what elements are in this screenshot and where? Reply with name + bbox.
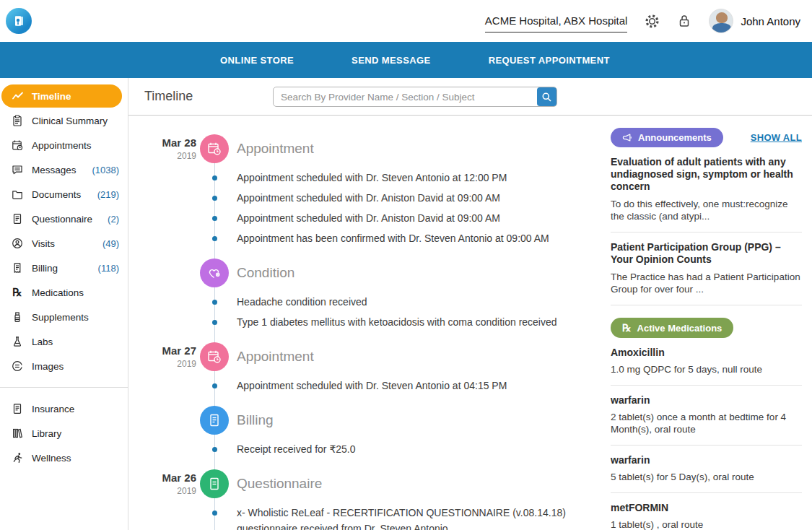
user-name: John Antony xyxy=(741,15,800,27)
show-all-link[interactable]: SHOW ALL xyxy=(751,132,802,143)
sidebar-item-documents[interactable]: Documents (219) xyxy=(0,182,128,207)
sidebar-item-label: Supplements xyxy=(32,312,89,323)
search-input[interactable] xyxy=(273,87,557,107)
sidebar-item-label: Timeline xyxy=(32,91,71,102)
avatar xyxy=(709,9,733,33)
sidebar-item-label: Library xyxy=(32,428,61,439)
sidebar-item-insurance[interactable]: Insurance xyxy=(0,396,128,421)
medication-item: warfarin 2 tablet(s) once a month at bed… xyxy=(611,386,802,446)
sidebar-item-label: Messages xyxy=(32,165,77,175)
sidebar-item-timeline[interactable]: Timeline xyxy=(1,84,122,108)
event-bullet xyxy=(212,383,217,388)
medication-item: Amoxicillin 1.0 mg QDPC for 5 days, null… xyxy=(611,338,802,386)
sidebar-item-label: Clinical Summary xyxy=(32,116,108,126)
receipt-icon xyxy=(11,262,24,274)
sidebar-item-label: Wellness xyxy=(32,453,71,464)
runner-icon xyxy=(11,452,24,464)
timeline-section: Mar 28 2019 Appointment xyxy=(144,134,611,163)
sidebar-item-billing[interactable]: Billing (118) xyxy=(0,256,128,280)
timeline-category-title: Appointment xyxy=(237,349,611,365)
sidebar-item-count: (49) xyxy=(102,238,119,249)
clipboard-icon xyxy=(11,115,24,126)
timeline-category-title: Questionnaire xyxy=(237,476,611,492)
timeline-category-title: Billing xyxy=(237,412,611,428)
hospital-switcher[interactable]: ACME Hospital, ABX Hospital xyxy=(485,14,628,32)
sidebar-item-visits[interactable]: Visits (49) xyxy=(0,231,128,256)
books-icon xyxy=(11,427,24,439)
user-menu[interactable]: John Antony xyxy=(709,9,800,33)
sidebar-item-label: Labs xyxy=(32,336,53,347)
sidebar-item-count: (118) xyxy=(98,263,119,274)
sidebar-item-supplements[interactable]: Supplements xyxy=(0,305,128,329)
timeline-event: Appointment scheduled with Dr. Steven An… xyxy=(144,375,611,396)
announcements-badge: Announcements xyxy=(611,128,723,147)
medication-item: warfarin 5 tablet(s) for 5 Day(s), oral … xyxy=(611,446,802,493)
timeline-category-title: Appointment xyxy=(237,141,611,157)
nav-online-store[interactable]: ONLINE STORE xyxy=(220,55,294,66)
person-circle-icon xyxy=(11,238,24,249)
timeline-section: Mar 26 2019 Questionnaire xyxy=(144,469,611,498)
message-bubble-icon xyxy=(11,164,24,175)
sidebar-item-questionnaire[interactable]: Questionnaire (2) xyxy=(0,207,128,231)
timeline-event: x- Wholistic ReLeaf - RECERTIFICATION QU… xyxy=(144,503,611,530)
event-bullet xyxy=(212,236,217,241)
event-bullet xyxy=(212,511,217,516)
top-header: ACME Hospital, ABX Hospital John Antony xyxy=(0,0,812,42)
lock-icon[interactable] xyxy=(677,14,691,28)
sidebar-item-library[interactable]: Library xyxy=(0,421,128,446)
sidebar-item-count: (219) xyxy=(97,189,119,200)
sidebar-item-labs[interactable]: Labs xyxy=(0,329,128,354)
nav-request-appointment[interactable]: REQUEST APPOINTMENT xyxy=(489,55,610,66)
timeline-section: Mar 27 2019 Appointment xyxy=(144,342,611,371)
medication-item: metFORMIN 1 tablet(s) , oral route xyxy=(611,493,802,530)
timeline-event: Receipt received for ₹25.0 xyxy=(144,439,611,459)
event-bullet xyxy=(212,300,217,305)
sidebar-item-label: Visits xyxy=(32,238,55,249)
event-bullet xyxy=(212,196,217,201)
timeline-event: Appointment scheduled with Dr. Aniston D… xyxy=(144,188,611,208)
timeline-category-title: Condition xyxy=(237,265,611,281)
appointment-calendar-icon xyxy=(200,342,229,371)
questionnaire-doc-icon xyxy=(200,469,229,498)
pill-bottle-icon xyxy=(11,311,24,323)
sidebar-item-images[interactable]: Images xyxy=(0,354,128,378)
search-button[interactable] xyxy=(537,87,556,106)
rx-icon: ℞ xyxy=(622,322,632,334)
settings-gear-icon[interactable] xyxy=(645,14,660,29)
sidebar-item-medications[interactable]: ℞ Medications xyxy=(0,280,128,305)
appointment-calendar-icon xyxy=(200,134,229,163)
timeline-year: 2019 xyxy=(144,359,196,369)
timeline-section: Billing xyxy=(144,406,611,435)
sidebar-item-label: Documents xyxy=(32,189,81,200)
timeline-section: Condition xyxy=(144,259,611,287)
sidebar-item-clinical-summary[interactable]: Clinical Summary xyxy=(0,108,128,133)
sidebar-item-label: Appointments xyxy=(32,140,92,151)
announcement-item[interactable]: Evaluation of adult patients with any un… xyxy=(611,147,802,233)
sidebar-item-label: Billing xyxy=(32,263,58,274)
insurance-card-icon xyxy=(11,403,24,414)
questionnaire-doc-icon xyxy=(11,213,24,225)
timeline-event: Type 1 diabetes mellitus with ketoacidos… xyxy=(144,312,611,332)
sidebar-divider xyxy=(0,387,128,388)
announcement-item[interactable]: Patient Participation Group (PPG) – Your… xyxy=(611,233,802,305)
timeline-date: Mar 27 xyxy=(144,344,196,357)
timeline-event: Appointment has been confirmed with Dr. … xyxy=(144,228,611,248)
right-panel: Announcements SHOW ALL Evaluation of adu… xyxy=(611,116,812,530)
sidebar-item-count: (1038) xyxy=(92,165,119,175)
timeline-year: 2019 xyxy=(144,151,196,161)
timeline-date: Mar 26 xyxy=(144,472,196,484)
sidebar-item-appointments[interactable]: Appointments xyxy=(0,133,128,157)
nav-send-message[interactable]: SEND MESSAGE xyxy=(352,55,431,66)
active-medications-badge: ℞ Active Medications xyxy=(611,318,733,338)
timeline-chart-icon xyxy=(11,90,24,102)
primary-navbar: ONLINE STORE SEND MESSAGE REQUEST APPOIN… xyxy=(0,42,812,78)
main-header: Timeline xyxy=(128,78,812,116)
rx-icon: ℞ xyxy=(11,287,24,298)
calendar-clock-icon xyxy=(11,139,24,151)
sidebar-item-wellness[interactable]: Wellness xyxy=(0,446,128,470)
sidebar-item-messages[interactable]: Messages (1038) xyxy=(0,157,128,182)
sidebar-item-count: (2) xyxy=(108,214,119,225)
event-bullet xyxy=(212,175,217,181)
timeline-feed: Mar 28 2019 Appointment Appointment sche… xyxy=(144,120,611,530)
heart-stethoscope-icon xyxy=(200,259,229,287)
